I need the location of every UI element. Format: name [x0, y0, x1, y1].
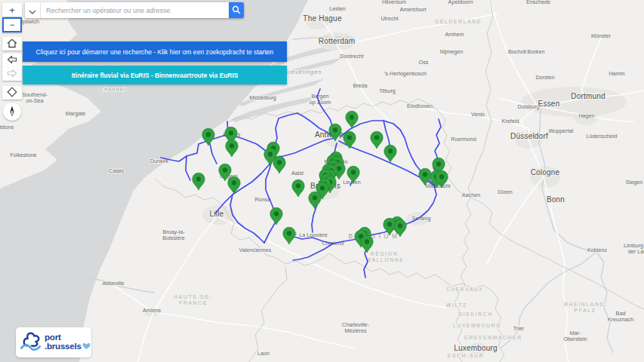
map-label: Maidstone — [0, 124, 14, 130]
map-label: Grevelingen — [284, 69, 322, 75]
map-label: HAUTS-DE- — [174, 294, 212, 299]
map-label: Bonn — [547, 195, 565, 204]
map-label: Valenciennes — [239, 247, 272, 253]
map-label: Utrecht — [381, 15, 398, 22]
map-label: Koblenz — [587, 247, 607, 253]
map-label: Essen — [538, 100, 560, 108]
heart-icon — [82, 339, 91, 353]
map-label: Leiden — [329, 5, 346, 12]
map-label: Hilversum — [382, 0, 406, 5]
map-label: Hamm — [609, 70, 624, 77]
map-label: Düren — [498, 189, 513, 195]
map-label: Borken — [528, 48, 545, 55]
port-brussels-logo-mark-icon — [19, 329, 43, 356]
map-label: Hagen — [578, 112, 594, 119]
map-label: Roermond — [451, 136, 476, 143]
map-label: Dorsten — [535, 74, 554, 81]
map-label: DIEKIRCH — [458, 311, 492, 317]
map-label: Tilburg — [379, 87, 396, 94]
map-label: Luxembourg — [454, 344, 498, 352]
map-label: Aalst — [291, 170, 304, 176]
map-label: RÉGION — [371, 250, 398, 256]
logo-line2: .brussels — [45, 342, 82, 351]
map-label: Bocholt — [508, 48, 526, 55]
map-label: Trier — [513, 325, 525, 332]
compass-button[interactable] — [3, 103, 21, 121]
map-label: Wuppertal — [549, 127, 574, 134]
start-search-banner[interactable]: Cliquez ici pour démarrer une recherche … — [23, 41, 287, 62]
map-label: Calais — [109, 167, 124, 174]
map-label: Kreuznach — [608, 316, 633, 323]
logo-wordmark: port .brussels — [45, 333, 82, 351]
map-label: Rotterdam — [319, 37, 356, 45]
map-label: ESCH-SUR — [448, 353, 484, 358]
map-label: Nijmegen — [440, 48, 463, 55]
arrow-left-icon — [7, 55, 17, 66]
arrow-right-icon — [7, 69, 17, 79]
search-input[interactable] — [41, 2, 229, 18]
map-label: Ipswich — [21, 18, 39, 25]
map-label: Abbeville — [102, 280, 124, 287]
map-label: on-Sea — [26, 97, 43, 104]
map-label: Arnhem — [445, 31, 464, 38]
map-label: Laon — [257, 350, 270, 357]
map-label: GREVENMACHER — [464, 335, 522, 340]
map-label: der Lahn — [628, 248, 644, 255]
zoom-out-button[interactable]: − — [2, 17, 22, 32]
map-label: Apeldoorn — [448, 0, 473, 5]
diamond-locate-icon — [7, 87, 17, 99]
next-extent-button[interactable] — [2, 67, 22, 81]
map-label: Siegen — [626, 179, 642, 186]
map-label: Düsseldorf — [510, 132, 548, 140]
map-label: Amiens — [143, 307, 161, 314]
map-label: Duisburg — [518, 103, 540, 110]
map-label: Breda — [353, 82, 367, 89]
port-brussels-logo[interactable]: port .brussels — [16, 327, 91, 357]
map-label: Aachen — [462, 192, 480, 198]
map-label: Cologne — [531, 168, 560, 176]
previous-extent-button[interactable] — [2, 54, 22, 67]
map-label: RHEINLAND- — [564, 302, 608, 307]
map-label: Krefeld — [502, 118, 519, 124]
search-icon — [232, 4, 241, 17]
euris-route-banner[interactable]: Itinéraire fluvial via EuRIS - Binnenvaa… — [23, 66, 287, 84]
map-label: Channel — [100, 86, 126, 93]
locate-button[interactable] — [2, 86, 22, 100]
zoom-in-button[interactable]: + — [2, 3, 22, 17]
map-label: Venlo — [471, 111, 485, 118]
map-label: Dordrecht — [340, 53, 364, 60]
map-label: PFALZ — [575, 308, 596, 313]
map-label: CLERVAUX — [447, 287, 484, 292]
map-label: FRANCE — [179, 300, 208, 305]
map-label: GELDERLAND — [435, 19, 482, 24]
search-bar — [25, 2, 244, 18]
map-label: Lüdenscheid — [587, 133, 618, 140]
map-label: Buissière — [162, 235, 185, 241]
map-label: Dortmund — [571, 92, 605, 100]
chevron-down-icon — [29, 4, 36, 17]
home-button[interactable] — [2, 37, 22, 51]
map-label: Middelburg — [249, 94, 276, 101]
map-label: Eindhoven — [407, 103, 433, 109]
compass-needle-icon — [6, 105, 18, 118]
map-label: Mézières — [344, 327, 367, 334]
map-label: Oss — [419, 59, 429, 66]
app-window: IpswichSouthend-on-SeaMaidstoneMargateFo… — [0, 0, 644, 362]
map-label: Folkestone — [10, 152, 36, 158]
map-label: 's-Hertogenbosch — [384, 70, 427, 77]
map-label: The Hague — [303, 14, 342, 23]
search-dropdown-button[interactable] — [25, 2, 41, 18]
home-icon — [7, 38, 17, 50]
map-label: WALLONNE — [366, 257, 405, 262]
map-label: Amersfoort — [399, 6, 426, 13]
map-label: Münster — [591, 32, 612, 39]
search-button[interactable] — [229, 2, 244, 18]
map-label: Enschede — [526, 0, 550, 5]
map-label: Oberstein — [563, 336, 587, 342]
map-label: WILTZ — [446, 302, 467, 308]
map-label: LUXEMBOURG — [453, 323, 501, 328]
map-label: Margate — [66, 110, 85, 117]
